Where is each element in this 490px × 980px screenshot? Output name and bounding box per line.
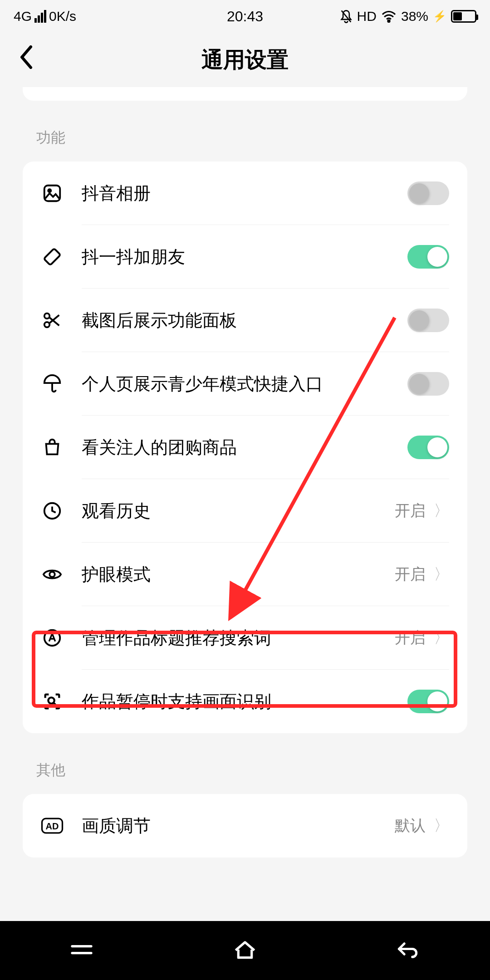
row-history-value: 开启 (395, 500, 426, 521)
nav-home-button[interactable] (231, 938, 259, 963)
svg-point-10 (49, 572, 55, 577)
row-teenmode[interactable]: 个人页展示青少年模式快捷入口 (23, 352, 467, 416)
scissors-icon (41, 309, 64, 332)
status-right: HD 38% ⚡ (340, 9, 476, 24)
row-groupbuy-label: 看关注人的团购商品 (82, 436, 407, 459)
row-album[interactable]: 抖音相册 (23, 162, 467, 225)
row-shake-label: 抖一抖加朋友 (82, 245, 407, 269)
toggle-album[interactable] (407, 181, 449, 205)
umbrella-icon (41, 372, 64, 395)
signal-icon (34, 10, 46, 23)
row-search-title[interactable]: 管理作品标题推荐搜索词 开启 〉 (23, 606, 467, 670)
section-label-features: 功能 (0, 101, 490, 162)
chevron-right-icon: 〉 (434, 627, 449, 648)
row-teenmode-label: 个人页展示青少年模式快捷入口 (82, 372, 407, 396)
system-nav-bar (0, 921, 490, 980)
network-speed: 0K/s (49, 9, 76, 24)
row-screenshot-label: 截图后展示功能面板 (82, 309, 407, 332)
svg-point-1 (388, 20, 390, 22)
toggle-pause-recog[interactable] (407, 690, 449, 713)
features-card: 抖音相册 抖一抖加朋友 截图后展示功能面板 个人页展示青少年模式快捷入口 看关注… (23, 162, 467, 733)
nav-back-button[interactable] (395, 938, 422, 963)
clock-icon (41, 500, 64, 522)
svg-rect-4 (44, 249, 61, 265)
row-quality-value: 默认 (395, 815, 426, 836)
row-eyecare-label: 护眼模式 (82, 563, 395, 586)
row-eyecare-value: 开启 (395, 564, 426, 585)
chevron-right-icon: 〉 (434, 500, 449, 521)
mute-icon (340, 9, 353, 24)
row-history[interactable]: 观看历史 开启 〉 (23, 479, 467, 543)
status-time: 20:43 (227, 8, 263, 25)
hd-label: HD (357, 9, 377, 24)
wifi-icon (381, 10, 397, 23)
svg-rect-2 (44, 186, 60, 201)
ad-icon: AD (41, 814, 64, 837)
page-header: 通用设置 (0, 33, 490, 87)
other-card: AD 画质调节 默认 〉 (23, 794, 467, 858)
toggle-screenshot[interactable] (407, 309, 449, 332)
row-groupbuy[interactable]: 看关注人的团购商品 (23, 416, 467, 479)
row-pause-recog-label: 作品暂停时支持画面识别 (82, 690, 407, 713)
chevron-right-icon: 〉 (434, 815, 449, 836)
nav-menu-button[interactable] (68, 938, 95, 963)
scan-icon (41, 690, 64, 713)
shake-icon (41, 245, 64, 268)
row-screenshot[interactable]: 截图后展示功能面板 (23, 289, 467, 352)
a-circle-icon (41, 627, 64, 649)
network-label: 4G (14, 9, 32, 24)
status-left: 4G 0K/s (14, 9, 76, 24)
status-bar: 4G 0K/s 20:43 HD 38% ⚡ (0, 0, 490, 33)
row-history-label: 观看历史 (82, 500, 395, 523)
toggle-groupbuy[interactable] (407, 436, 449, 459)
svg-point-3 (48, 189, 51, 192)
svg-text:AD: AD (46, 821, 59, 831)
battery-icon (451, 10, 476, 23)
eye-icon (41, 563, 64, 586)
battery-percent: 38% (401, 9, 428, 24)
page-title: 通用设置 (201, 45, 289, 74)
photo-icon (41, 182, 64, 205)
previous-card-edge (23, 87, 467, 101)
toggle-teenmode[interactable] (407, 372, 449, 396)
shopping-bag-icon (41, 436, 64, 459)
charging-icon: ⚡ (433, 10, 446, 23)
row-eyecare[interactable]: 护眼模式 开启 〉 (23, 543, 467, 606)
svg-point-12 (48, 697, 54, 703)
row-quality[interactable]: AD 画质调节 默认 〉 (23, 794, 467, 858)
row-pause-recog[interactable]: 作品暂停时支持画面识别 (23, 670, 467, 733)
row-search-title-value: 开启 (395, 627, 426, 648)
row-shake[interactable]: 抖一抖加朋友 (23, 225, 467, 289)
chevron-right-icon: 〉 (434, 564, 449, 585)
back-button[interactable] (18, 45, 34, 74)
svg-line-13 (54, 703, 57, 706)
row-quality-label: 画质调节 (82, 814, 395, 838)
toggle-shake[interactable] (407, 245, 449, 269)
row-search-title-label: 管理作品标题推荐搜索词 (82, 627, 395, 650)
row-album-label: 抖音相册 (82, 182, 407, 205)
section-label-other: 其他 (0, 733, 490, 794)
